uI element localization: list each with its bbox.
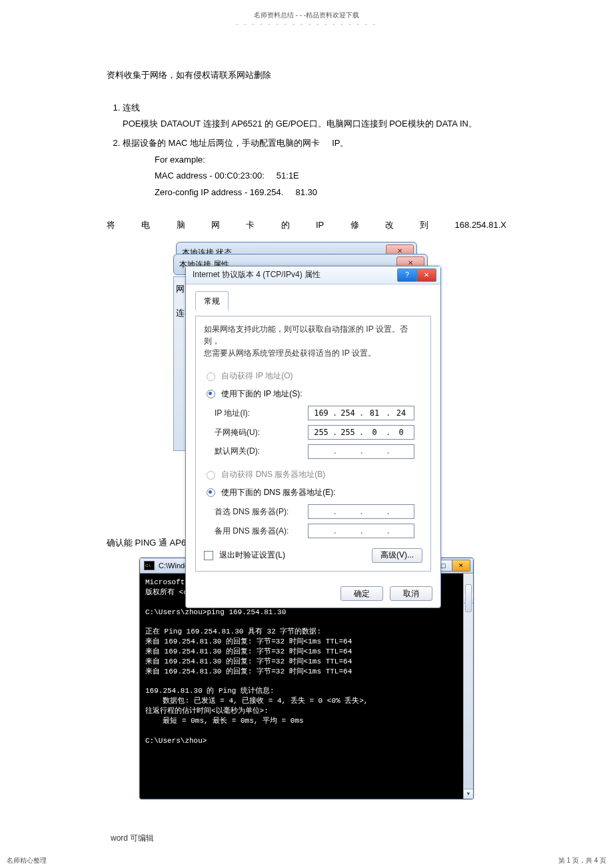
mac-line-a: MAC address - 00:C0:23:00: xyxy=(155,171,265,181)
subnet-mask-input[interactable]: 255. 255. 0. 0 xyxy=(308,425,414,440)
cmd-l6: 正在 Ping 169.254.81.30 具有 32 字节的数据: xyxy=(145,628,321,636)
cmd-l14: 往返行程的估计时间<以毫秒为单位>: xyxy=(145,707,269,715)
ok-button[interactable]: 确定 xyxy=(340,586,383,601)
cmd-l7: 来自 169.254.81.30 的回复: 字节=32 时间<1ms TTL=6… xyxy=(145,638,352,646)
cmd-l9: 来自 169.254.81.30 的回复: 字节=32 时间<1ms TTL=6… xyxy=(145,657,352,665)
mask-d[interactable]: 0 xyxy=(391,425,411,440)
sp-0: 将 xyxy=(107,217,115,234)
example-label: For example: xyxy=(155,152,506,169)
tab-general[interactable]: 常规 xyxy=(195,291,229,311)
mask-a[interactable]: 255 xyxy=(311,425,331,440)
cmd-l15: 最短 = 0ms, 最长 = 0ms, 平均 = 0ms xyxy=(145,717,304,725)
zeroconfig-line-a: Zero-config IP address - 169.254. xyxy=(155,187,283,197)
gateway-input[interactable]: . . . xyxy=(308,444,414,459)
cmd-l10: 来自 169.254.81.30 的回复: 字节=32 时间<1ms TTL=6… xyxy=(145,667,352,675)
sp-6: IP xyxy=(316,217,324,234)
cmd-l4: C:\Users\zhou>ping 169.254.81.30 xyxy=(145,608,286,616)
label-gateway: 默认网关(D): xyxy=(215,444,308,459)
sp-8: 改 xyxy=(385,217,394,234)
label-ip: IP 地址(I): xyxy=(215,406,308,421)
radio-auto-dns[interactable] xyxy=(207,471,215,480)
label-dns1: 首选 DNS 服务器(P): xyxy=(215,504,308,520)
cmd-l17: C:\Users\zhou> xyxy=(145,737,207,745)
ip-address-input[interactable]: 169. 254. 81. 24 xyxy=(308,406,414,420)
dns2-input[interactable]: . . . xyxy=(308,524,414,538)
advanced-button[interactable]: 高级(V)... xyxy=(372,548,422,563)
footer-editable: word 可编辑 xyxy=(111,833,613,844)
steps-list: 连线 POE模块 DATAOUT 连接到 AP6521 的 GE/POE口。电脑… xyxy=(107,100,506,201)
close-icon[interactable]: ✕ xyxy=(417,268,436,282)
mask-c[interactable]: 0 xyxy=(364,425,384,440)
cmd-scrollbar[interactable]: ▲ ▼ xyxy=(463,574,473,799)
radio-auto-ip-label: 自动获得 IP 地址(O) xyxy=(221,371,293,380)
close-icon[interactable]: ✕ xyxy=(452,560,470,572)
lead-note: 资料收集于网络，如有侵权请联系网站删除 xyxy=(107,67,506,84)
checkbox-validate[interactable] xyxy=(204,551,213,560)
left-tab-1: 网 xyxy=(174,277,186,302)
mac-line-b: 51:1E xyxy=(277,171,299,181)
sp-2: 脑 xyxy=(177,217,185,234)
ip-b[interactable]: 254 xyxy=(338,406,358,421)
step-1-title: 连线 xyxy=(123,103,140,113)
radio-manual-dns-label: 使用下面的 DNS 服务器地址(E): xyxy=(221,488,335,497)
page-header: 名师资料总结 - - -精品资料欢迎下载 xyxy=(0,11,613,20)
dialog-title: Internet 协议版本 4 (TCP/IPv4) 属性 xyxy=(193,267,320,282)
label-dns2: 备用 DNS 服务器(A): xyxy=(215,524,308,539)
step-2-body-b: IP。 xyxy=(332,138,348,148)
ip-d[interactable]: 24 xyxy=(391,406,411,421)
step-2-body-a: 根据设备的 MAC 地址后两位，手动配置电脑的网卡 xyxy=(123,138,320,148)
radio-manual-dns[interactable] xyxy=(207,488,215,497)
step-1: 连线 POE模块 DATAOUT 连接到 AP6521 的 GE/POE口。电脑… xyxy=(123,100,506,133)
cmd-icon xyxy=(144,561,155,570)
sp-1: 电 xyxy=(141,217,150,234)
spread-instruction: 将 电 脑 网 卡 的 IP 修 改 到 168.254.81.X xyxy=(107,217,506,234)
footer-right: 第 1 页，共 4 页 xyxy=(558,856,606,865)
cancel-button[interactable]: 取消 xyxy=(390,586,432,601)
sp-7: 修 xyxy=(350,217,359,234)
cmd-l12: 169.254.81.30 的 Ping 统计信息: xyxy=(145,687,275,695)
ip-a[interactable]: 169 xyxy=(311,406,331,421)
zeroconfig-line-b: 81.30 xyxy=(296,187,318,197)
mask-b[interactable]: 255 xyxy=(338,425,358,440)
radio-auto-dns-label: 自动获得 DNS 服务器地址(B) xyxy=(221,470,325,479)
sp-9: 到 xyxy=(420,217,428,234)
radio-manual-ip-label: 使用下面的 IP 地址(S): xyxy=(221,389,302,398)
checkbox-validate-label: 退出时验证设置(L) xyxy=(219,550,285,560)
step-2: 根据设备的 MAC 地址后两位，手动配置电脑的网卡 IP。 For exampl… xyxy=(123,135,506,201)
label-mask: 子网掩码(U): xyxy=(215,425,308,440)
ip-c[interactable]: 81 xyxy=(364,406,384,421)
radio-auto-ip[interactable] xyxy=(207,372,215,381)
header-dots: - - - - - - - - - - - - - - - - - - xyxy=(0,20,613,27)
help-icon[interactable]: ? xyxy=(397,268,417,282)
sp-target: 168.254.81.X xyxy=(455,217,506,234)
dialog-description: 如果网络支持此功能，则可以获取自动指派的 IP 设置。否则， 您需要从网络系统管… xyxy=(204,323,422,359)
cmd-l13: 数据包: 已发送 = 4, 已接收 = 4, 丢失 = 0 <0% 丢失>, xyxy=(145,697,368,705)
scroll-thumb[interactable] xyxy=(465,584,472,612)
properties-left-strip: 网 连 xyxy=(173,276,186,451)
tcpip-dialog: Internet 协议版本 4 (TCP/IPv4) 属性 ? ✕ 常规 如果网… xyxy=(185,266,441,609)
dialog-titlebar[interactable]: Internet 协议版本 4 (TCP/IPv4) 属性 ? ✕ xyxy=(186,266,440,284)
sp-4: 卡 xyxy=(246,217,255,234)
dns1-input[interactable]: . . . xyxy=(308,504,414,519)
footer-left: 名师精心整理 xyxy=(7,856,47,865)
scroll-down-icon[interactable]: ▼ xyxy=(464,789,473,799)
left-tab-2: 连 xyxy=(174,301,186,326)
cmd-l8: 来自 169.254.81.30 的回复: 字节=32 时间<1ms TTL=6… xyxy=(145,648,352,655)
sp-3: 网 xyxy=(211,217,220,234)
sp-5: 的 xyxy=(281,217,290,234)
step-1-body: POE模块 DATAOUT 连接到 AP6521 的 GE/POE口。电脑网口连… xyxy=(123,119,477,129)
radio-manual-ip[interactable] xyxy=(207,390,215,398)
